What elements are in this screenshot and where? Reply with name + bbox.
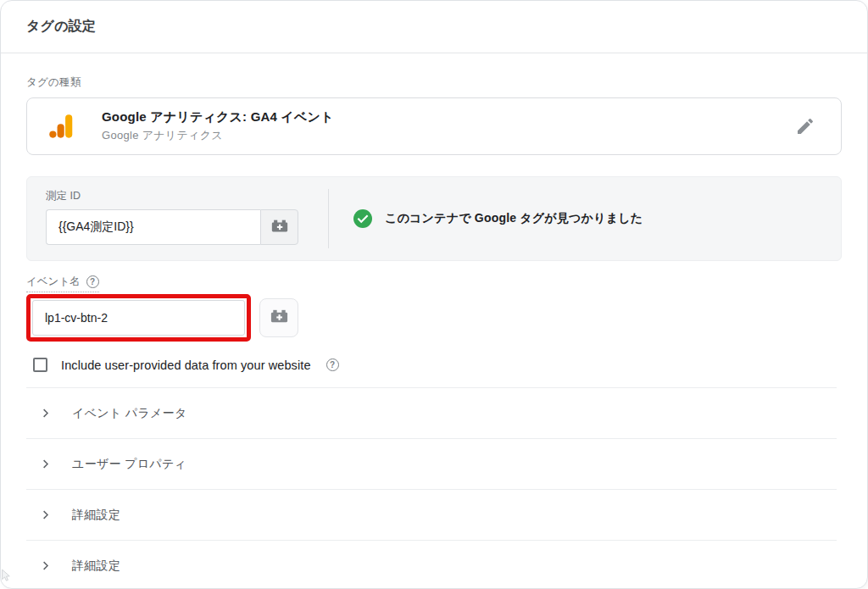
- event-name-label-row: イベント名 ?: [26, 275, 99, 292]
- event-name-label: イベント名: [26, 275, 81, 289]
- section-advanced-settings-2[interactable]: 詳細設定: [26, 540, 837, 589]
- event-name-row: [26, 294, 842, 342]
- measurement-id-field-block: 測定 ID: [27, 177, 328, 260]
- google-analytics-icon: [49, 114, 75, 139]
- measurement-id-variable-picker-button[interactable]: [260, 209, 298, 245]
- measurement-id-input-group: [46, 209, 298, 245]
- section-label: 詳細設定: [72, 558, 120, 574]
- section-advanced-settings-1[interactable]: 詳細設定: [26, 489, 837, 540]
- measurement-id-label: 測定 ID: [46, 189, 328, 203]
- chevron-right-icon: [39, 559, 52, 572]
- pencil-icon: [795, 116, 815, 136]
- measurement-id-panel: 測定 ID: [26, 176, 842, 261]
- variable-brick-icon: [270, 307, 289, 329]
- user-provided-data-help-icon[interactable]: ?: [326, 358, 339, 371]
- section-user-properties[interactable]: ユーザー プロパティ: [26, 438, 837, 489]
- panel-header: タグの設定: [1, 1, 867, 53]
- section-label: ユーザー プロパティ: [72, 457, 186, 472]
- mouse-cursor-icon: [1, 569, 12, 586]
- user-provided-data-checkbox[interactable]: [33, 358, 47, 372]
- tag-type-label: タグの種類: [26, 75, 842, 90]
- variable-brick-icon: [270, 217, 289, 238]
- chevron-right-icon: [39, 458, 52, 470]
- tag-type-text: Google アナリティクス: GA4 イベント Google アナリティクス: [102, 109, 792, 143]
- event-name-variable-picker-button[interactable]: [259, 298, 298, 337]
- user-provided-data-row: Include user-provided data from your web…: [26, 358, 842, 372]
- success-check-icon: [353, 208, 373, 229]
- chevron-right-icon: [39, 508, 52, 521]
- section-label: 詳細設定: [72, 508, 120, 523]
- annotation-red-box: [26, 294, 251, 342]
- google-tag-status: このコンテナで Google タグが見つかりました: [329, 177, 841, 260]
- tag-type-card[interactable]: Google アナリティクス: GA4 イベント Google アナリティクス: [26, 97, 842, 155]
- accordion-sections: イベント パラメータ ユーザー プロパティ 詳細設定 詳細設定: [26, 387, 837, 589]
- tag-type-vendor: Google アナリティクス: [102, 128, 792, 143]
- event-name-help-icon[interactable]: ?: [86, 275, 99, 288]
- section-label: イベント パラメータ: [72, 406, 187, 421]
- measurement-id-input[interactable]: [46, 209, 260, 245]
- section-event-parameters[interactable]: イベント パラメータ: [26, 387, 837, 438]
- google-tag-found-message: このコンテナで Google タグが見つかりました: [385, 211, 643, 226]
- chevron-right-icon: [39, 407, 52, 420]
- edit-tag-type-button[interactable]: [792, 113, 819, 140]
- panel-content: タグの種類 Google アナリティクス: GA4 イベント Google アナ…: [1, 75, 867, 589]
- page-title: タグの設定: [26, 18, 96, 36]
- tag-type-name: Google アナリティクス: GA4 イベント: [102, 109, 792, 125]
- event-name-input[interactable]: [32, 300, 245, 336]
- user-provided-data-label: Include user-provided data from your web…: [61, 358, 311, 372]
- tag-configuration-panel: タグの設定 タグの種類 Google アナリティクス: GA4 イベント Goo…: [0, 0, 868, 589]
